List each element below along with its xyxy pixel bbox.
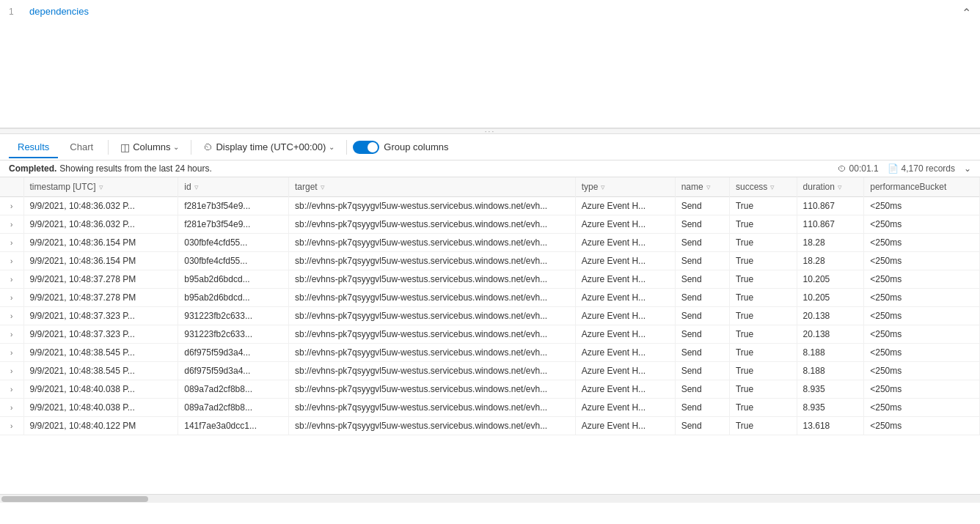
cell-timestamp: 9/9/2021, 10:48:37.323 P... (23, 307, 178, 325)
table-row[interactable]: ›9/9/2021, 10:48:40.038 P...089a7ad2cf8b… (0, 380, 980, 399)
expand-row-btn[interactable]: › (10, 367, 12, 375)
time-value: 00:01.1 (849, 163, 879, 174)
table-row[interactable]: ›9/9/2021, 10:48:36.154 PM030fbfe4cfd55.… (0, 252, 980, 270)
cell-name: Send (675, 344, 729, 362)
expand-row-btn[interactable]: › (10, 294, 12, 302)
expand-row-btn[interactable]: › (10, 404, 12, 412)
cell-timestamp: 9/9/2021, 10:48:36.032 P... (23, 197, 178, 215)
cell-name: Send (675, 417, 729, 435)
expand-row-btn[interactable]: › (10, 312, 12, 320)
expand-cell[interactable]: › (0, 215, 23, 234)
group-columns-toggle[interactable]: Group columns (353, 141, 448, 154)
filter-icon-duration[interactable]: ▿ (838, 182, 842, 192)
horizontal-scrollbar[interactable] (0, 494, 980, 503)
table-row[interactable]: ›9/9/2021, 10:48:40.038 P...089a7ad2cf8b… (0, 399, 980, 417)
expand-cell[interactable]: › (0, 362, 23, 380)
expand-cell[interactable]: › (0, 417, 23, 435)
cell-timestamp: 9/9/2021, 10:48:36.154 PM (23, 252, 178, 270)
filter-icon-timestamp[interactable]: ▿ (99, 182, 103, 192)
expand-row-btn[interactable]: › (10, 202, 12, 210)
table-row[interactable]: ›9/9/2021, 10:48:38.545 P...d6f975f59d3a… (0, 362, 980, 380)
cell-timestamp: 9/9/2021, 10:48:38.545 P... (23, 362, 178, 380)
th-type-label: type (582, 182, 599, 192)
table-row[interactable]: ›9/9/2021, 10:48:37.278 PMb95ab2d6bdcd..… (0, 289, 980, 307)
table-row[interactable]: ›9/9/2021, 10:48:36.032 P...f281e7b3f54e… (0, 215, 980, 234)
filter-icon-id[interactable]: ▿ (194, 182, 199, 192)
expand-cell[interactable]: › (0, 380, 23, 399)
filter-icon-target[interactable]: ▿ (321, 182, 325, 192)
query-editor: 1 dependencies ⌃ (0, 0, 980, 128)
expand-row-btn[interactable]: › (10, 276, 12, 284)
cell-success: True (729, 344, 797, 362)
expand-cell[interactable]: › (0, 197, 23, 215)
cell-id: 030fbfe4cfd55... (178, 252, 289, 270)
expand-cell[interactable]: › (0, 252, 23, 270)
query-text[interactable]: dependencies (29, 6, 89, 17)
tab-results[interactable]: Results (9, 137, 58, 158)
collapse-button[interactable]: ⌃ (962, 6, 971, 20)
table-row[interactable]: ›9/9/2021, 10:48:36.032 P...f281e7b3f54e… (0, 197, 980, 215)
expand-cell[interactable]: › (0, 234, 23, 252)
th-performancebucket[interactable]: performanceBucket (864, 177, 980, 197)
cell-performanceBucket: <250ms (864, 380, 980, 399)
cell-name: Send (675, 197, 729, 215)
cell-id: 141f7ae3a0dcc1... (178, 417, 289, 435)
table-row[interactable]: ›9/9/2021, 10:48:36.154 PM030fbfe4cfd55.… (0, 234, 980, 252)
th-type[interactable]: type ▿ (575, 177, 675, 197)
filter-icon-success[interactable]: ▿ (770, 182, 775, 192)
expand-row-btn[interactable]: › (10, 349, 12, 357)
cell-type: Azure Event H... (575, 325, 675, 344)
results-table-wrapper[interactable]: timestamp [UTC] ▿ id ▿ target ▿ (0, 177, 980, 494)
table-row[interactable]: ›9/9/2021, 10:48:40.122 PM141f7ae3a0dcc1… (0, 417, 980, 435)
scrollbar-thumb[interactable] (1, 496, 148, 502)
table-row[interactable]: ›9/9/2021, 10:48:37.278 PMb95ab2d6bdcd..… (0, 270, 980, 289)
cell-name: Send (675, 234, 729, 252)
filter-icon-type[interactable]: ▿ (601, 182, 605, 192)
chevron-down-icon: ⌄ (173, 143, 179, 151)
th-success[interactable]: success ▿ (729, 177, 797, 197)
cell-target: sb://evhns-pk7qsyygvl5uw-westus.serviceb… (288, 215, 575, 234)
expand-row-btn[interactable]: › (10, 239, 12, 247)
th-duration-label: duration (803, 182, 835, 192)
cell-name: Send (675, 380, 729, 399)
th-id[interactable]: id ▿ (178, 177, 289, 197)
toolbar-divider (108, 140, 109, 155)
expand-row-btn[interactable]: › (10, 257, 12, 265)
display-time-label: Display time (UTC+00:00) (216, 141, 326, 152)
cell-success: True (729, 215, 797, 234)
expand-cell[interactable]: › (0, 325, 23, 344)
cell-performanceBucket: <250ms (864, 252, 980, 270)
th-timestamp[interactable]: timestamp [UTC] ▿ (23, 177, 178, 197)
columns-button[interactable]: ◫ Columns ⌄ (114, 139, 185, 156)
cell-performanceBucket: <250ms (864, 197, 980, 215)
expand-row-btn[interactable]: › (10, 385, 12, 394)
display-time-button[interactable]: ⏲ Display time (UTC+00:00) ⌄ (197, 139, 340, 155)
table-row[interactable]: ›9/9/2021, 10:48:37.323 P...931223fb2c63… (0, 325, 980, 344)
expand-icon[interactable]: ⌄ (964, 163, 971, 174)
expand-cell[interactable]: › (0, 307, 23, 325)
expand-cell[interactable]: › (0, 289, 23, 307)
table-row[interactable]: ›9/9/2021, 10:48:37.323 P...931223fb2c63… (0, 307, 980, 325)
resize-handle[interactable]: ··· (0, 128, 980, 134)
expand-cell[interactable]: › (0, 399, 23, 417)
expand-row-btn[interactable]: › (10, 221, 12, 229)
th-performancebucket-label: performanceBucket (870, 182, 946, 192)
cell-duration: 8.188 (797, 362, 864, 380)
cell-duration: 18.28 (797, 234, 864, 252)
toggle-control[interactable] (353, 141, 379, 154)
tab-chart[interactable]: Chart (61, 137, 102, 158)
expand-cell[interactable]: › (0, 344, 23, 362)
table-row[interactable]: ›9/9/2021, 10:48:38.545 P...d6f975f59d3a… (0, 344, 980, 362)
expand-row-btn[interactable]: › (10, 422, 12, 430)
th-target[interactable]: target ▿ (288, 177, 575, 197)
filter-icon-name[interactable]: ▿ (706, 182, 711, 192)
th-name[interactable]: name ▿ (675, 177, 729, 197)
expand-row-btn[interactable]: › (10, 331, 12, 339)
th-success-label: success (736, 182, 767, 192)
expand-cell[interactable]: › (0, 270, 23, 289)
dots-icon: ··· (485, 128, 495, 136)
columns-icon: ◫ (120, 141, 130, 153)
cell-type: Azure Event H... (575, 307, 675, 325)
th-duration[interactable]: duration ▿ (797, 177, 864, 197)
cell-duration: 20.138 (797, 325, 864, 344)
